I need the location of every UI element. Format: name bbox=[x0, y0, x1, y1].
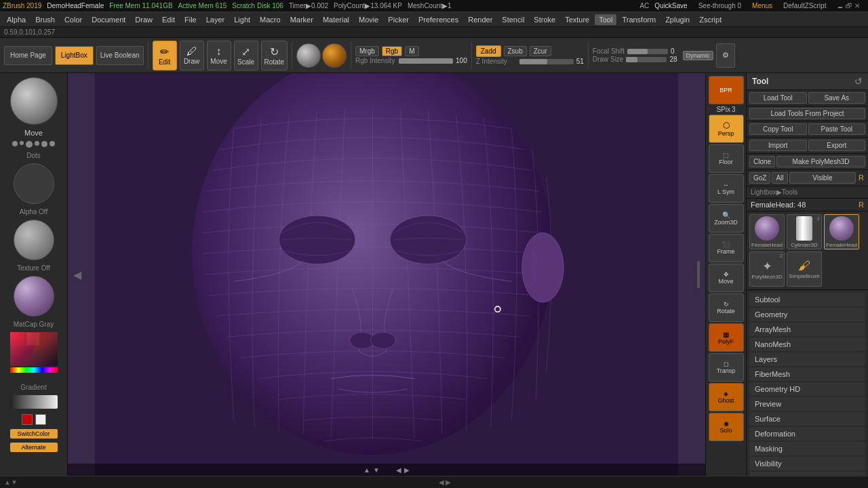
copy-tool-button[interactable]: Copy Tool bbox=[749, 123, 807, 135]
menu-item-texture[interactable]: Texture bbox=[561, 14, 593, 25]
menu-item-alpha[interactable]: Alpha bbox=[3, 14, 30, 25]
sym-button[interactable]: ↔ L Sym bbox=[709, 174, 744, 203]
menu-item-macro[interactable]: Macro bbox=[256, 14, 285, 25]
matcap-preview[interactable] bbox=[14, 276, 54, 317]
import-button[interactable]: Import bbox=[749, 140, 807, 151]
draw-size-slider[interactable] bbox=[626, 57, 667, 62]
menu-item-stencil[interactable]: Stencil bbox=[498, 14, 528, 25]
menu-item-material[interactable]: Material bbox=[319, 14, 353, 25]
menu-item-file[interactable]: File bbox=[180, 14, 201, 25]
alpha-preview[interactable] bbox=[14, 163, 54, 204]
menu-item-document[interactable]: Document bbox=[87, 14, 130, 25]
persp-button[interactable]: ⬡ Persp bbox=[709, 115, 744, 143]
home-page-button[interactable]: Home Page bbox=[4, 46, 52, 65]
rgb-button[interactable]: Rgb bbox=[382, 46, 402, 56]
prop-fibermesh[interactable]: FiberMesh bbox=[749, 367, 865, 381]
color-picker[interactable] bbox=[10, 332, 58, 380]
fg-swatch-2[interactable] bbox=[22, 414, 33, 425]
zcur-button[interactable]: Zcur bbox=[530, 46, 551, 56]
brush-preview[interactable] bbox=[10, 77, 58, 125]
rotate-button[interactable]: ↻ Rotate bbox=[261, 41, 288, 70]
thumb-femalehead2[interactable]: FemaleHead bbox=[824, 214, 859, 249]
see-through[interactable]: See-through 0 bbox=[698, 2, 741, 9]
menu-item-brush[interactable]: Brush bbox=[31, 14, 59, 25]
zadd-icon-btn[interactable]: ⚙ bbox=[716, 43, 735, 68]
gradient-bar[interactable] bbox=[10, 395, 58, 409]
prop-geometry-hd[interactable]: Geometry HD bbox=[749, 382, 865, 396]
bg-swatch-2[interactable] bbox=[35, 414, 46, 425]
solo-button[interactable]: ◉ Solo bbox=[709, 413, 744, 441]
brush-alpha-preview[interactable] bbox=[296, 43, 321, 68]
vp-arrow-down[interactable]: ▼ bbox=[373, 466, 380, 474]
z-intensity-slider[interactable] bbox=[519, 59, 574, 64]
menu-item-layer[interactable]: Layer bbox=[202, 14, 229, 25]
prop-deformation[interactable]: Deformation bbox=[749, 427, 865, 441]
prop-layers[interactable]: Layers bbox=[749, 352, 865, 366]
zsub-button[interactable]: Zsub bbox=[504, 46, 527, 56]
make-polymesh3d-button[interactable]: Make PolyMesh3D bbox=[776, 156, 865, 167]
move-sidebar-button[interactable]: ✥ Move bbox=[709, 264, 744, 292]
viewport-right-edge[interactable] bbox=[697, 261, 700, 288]
bpr-button[interactable]: BPR bbox=[709, 76, 744, 104]
quick-save[interactable]: QuickSave bbox=[654, 2, 687, 9]
menu-item-transform[interactable]: Transform bbox=[618, 14, 660, 25]
live-boolean-button[interactable]: Live Boolean bbox=[96, 46, 144, 65]
menu-item-zscript[interactable]: Zscript bbox=[695, 14, 726, 25]
menu-item-tool[interactable]: Tool bbox=[595, 14, 616, 25]
clone-button[interactable]: Clone bbox=[749, 156, 775, 167]
prop-polygroups[interactable]: Polygroups bbox=[749, 472, 865, 476]
focal-shift-slider[interactable] bbox=[627, 49, 668, 54]
vp-arrow-left[interactable]: ◀ bbox=[396, 466, 401, 474]
zoom3d-button[interactable]: 🔍 Zoom3D bbox=[709, 204, 744, 232]
floor-button[interactable]: ⬚ Floor bbox=[709, 144, 744, 173]
export-button[interactable]: Export bbox=[808, 140, 866, 151]
frame-button[interactable]: ⬛ Frame bbox=[709, 234, 744, 262]
edit-button[interactable]: ✏ Edit bbox=[153, 41, 177, 70]
prop-nanomesh[interactable]: NanoMesh bbox=[749, 338, 865, 351]
thumb-polymesh3d[interactable]: ✦ PolyMesh3D 2 bbox=[749, 251, 785, 287]
viewport[interactable]: ◀ ▲ ▼ ◀ ▶ bbox=[68, 73, 705, 476]
zadd-button[interactable]: Zadd bbox=[476, 45, 501, 57]
prop-masking[interactable]: Masking bbox=[749, 442, 865, 455]
menu-item-render[interactable]: Render bbox=[464, 14, 496, 25]
menu-item-movie[interactable]: Movie bbox=[355, 14, 382, 25]
prop-preview[interactable]: Preview bbox=[749, 397, 865, 411]
menu-item-preferences[interactable]: Preferences bbox=[414, 14, 462, 25]
lightbox-button[interactable]: LightBox bbox=[55, 46, 94, 65]
rotate-sidebar-button[interactable]: ↻ Rotate bbox=[709, 293, 744, 322]
prop-visibility[interactable]: Visibility bbox=[749, 457, 865, 470]
panel-refresh-icon[interactable]: ↺ bbox=[854, 76, 863, 87]
vp-arrow-right[interactable]: ▶ bbox=[404, 466, 410, 474]
breadcrumb[interactable]: Lightbox▶Tools bbox=[747, 186, 868, 199]
menu-item-color[interactable]: Color bbox=[60, 14, 86, 25]
all-button[interactable]: All bbox=[772, 172, 787, 184]
load-tool-button[interactable]: Load Tool bbox=[749, 92, 807, 104]
viewport-edge-indicator[interactable]: ◀ bbox=[73, 268, 81, 281]
transp-button[interactable]: ◻ Transp bbox=[709, 353, 744, 382]
prop-arraymesh[interactable]: ArrayMesh bbox=[749, 323, 865, 336]
menu-item-stroke[interactable]: Stroke bbox=[530, 14, 559, 25]
menu-item-picker[interactable]: Picker bbox=[384, 14, 413, 25]
vp-arrow-up[interactable]: ▲ bbox=[363, 466, 370, 474]
paste-tool-button[interactable]: Paste Tool bbox=[808, 123, 866, 135]
menu-item-light[interactable]: Light bbox=[230, 14, 254, 25]
prop-subtool[interactable]: Subtool bbox=[749, 293, 865, 306]
menus-btn[interactable]: Menus bbox=[752, 2, 772, 9]
thumb-femalehead1[interactable]: FemaleHead bbox=[749, 214, 785, 249]
polyf-button[interactable]: ▦ PolyF bbox=[709, 323, 744, 352]
menu-item-marker[interactable]: Marker bbox=[286, 14, 317, 25]
prop-geometry[interactable]: Geometry bbox=[749, 308, 865, 321]
scale-button[interactable]: ⤢ Scale bbox=[234, 41, 258, 70]
dynamic-button[interactable]: Dynamic bbox=[683, 51, 713, 60]
menu-item-draw[interactable]: Draw bbox=[131, 14, 157, 25]
thumb-simplebrush[interactable]: 🖌 SimpleBrush bbox=[787, 251, 822, 287]
current-tool-r[interactable]: R bbox=[859, 201, 864, 209]
thumb-cylinder3d[interactable]: Cylinder3D 2 bbox=[787, 214, 822, 249]
switch-color-button[interactable]: SwitchColor bbox=[10, 429, 58, 439]
save-as-button[interactable]: Save As bbox=[808, 92, 866, 104]
brush-stroke-preview[interactable] bbox=[322, 43, 347, 68]
bottom-nav[interactable]: ◀ ▶ bbox=[439, 479, 452, 486]
hue-slider[interactable] bbox=[10, 367, 58, 373]
menu-item-zplugin[interactable]: Zplugin bbox=[661, 14, 694, 25]
texture-preview[interactable] bbox=[14, 220, 54, 260]
